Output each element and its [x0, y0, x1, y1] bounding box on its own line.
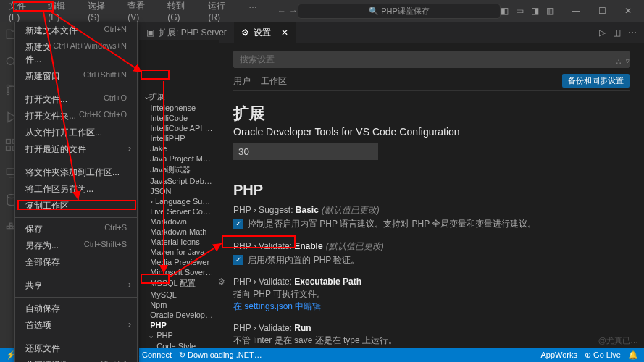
command-center[interactable]: 🔍 PHP课堂保存	[298, 4, 501, 19]
layout-sidebar-left-icon[interactable]: ◧	[501, 6, 509, 16]
layout-panel-icon[interactable]: ▭	[516, 6, 524, 16]
download-status[interactable]: ↻ Downloading .NET…	[179, 350, 262, 360]
tree-item[interactable]: Material Icons	[139, 237, 219, 247]
gear-icon[interactable]: ⚙	[219, 277, 225, 287]
sync-settings-button[interactable]: 备份和同步设置	[562, 74, 630, 88]
menu-item[interactable]: 将工作区另存为...	[15, 181, 137, 198]
tree-item[interactable]: Markdown	[139, 216, 219, 227]
tree-item[interactable]: Intelephense	[139, 103, 219, 113]
tree-item[interactable]: PHP	[139, 320, 219, 330]
tree-item[interactable]: Jake	[139, 143, 219, 153]
menu-item[interactable]: 新建文本文件Ctrl+N	[15, 22, 137, 39]
setting-name: Run	[294, 323, 311, 333]
settings-editor: 用户 工作区 ⛬ ▽ 备份和同步设置 扩展 Oracle Developer T…	[219, 43, 644, 362]
tree-item[interactable]: MySQL	[139, 290, 219, 300]
svg-rect-4	[7, 140, 11, 144]
svg-rect-10	[7, 226, 9, 228]
setting-desc: 控制是否启用内置 PHP 语言建议。支持对 PHP 全局变量和变量进行建议。	[248, 218, 536, 230]
menu-item[interactable]: 打开最近的文件	[15, 141, 137, 158]
scope-workspace[interactable]: 工作区	[261, 75, 287, 88]
tree-item[interactable]: Java测试器	[139, 164, 219, 176]
svg-rect-13	[10, 223, 12, 225]
menu-item[interactable]: 新建文件...Ctrl+Alt+Windows+N	[15, 39, 137, 68]
setting-desc: 指向 PHP 可执行文件。	[233, 288, 630, 300]
tree-item[interactable]: Npm	[139, 300, 219, 310]
tree-item[interactable]: Microsoft Sovereign C…	[139, 267, 219, 277]
menu-item[interactable]: 打开文件夹...Ctrl+K Ctrl+O	[15, 108, 137, 125]
svg-point-2	[7, 92, 9, 94]
tree-item[interactable]: › Language Support for…	[139, 196, 219, 206]
edit-in-json-link[interactable]: 在 settings.json 中编辑	[233, 300, 630, 313]
setting-php-executable-path: ⚙ PHP › Validate: Executable Path 指向 PHP…	[233, 277, 630, 313]
layout-customize-icon[interactable]: ▥	[546, 6, 554, 16]
notifications-icon[interactable]: 🔔	[628, 350, 638, 360]
menu-item[interactable]: 从文件打开工作区...	[15, 125, 137, 141]
settings-subheading: Oracle Developer Tools for VS Code Confi…	[233, 126, 630, 138]
menu-item[interactable]: 复制工作区	[15, 198, 137, 214]
filter-icon[interactable]: ⛬ ▽	[614, 56, 630, 67]
menu-item[interactable]: 关闭编辑器Ctrl+F4	[15, 357, 137, 362]
close-button[interactable]: ✕	[615, 6, 641, 16]
tree-item[interactable]: JavaScript Debugger	[139, 176, 219, 186]
tab-label: 设置	[254, 27, 271, 39]
setting-name: Executable Path	[294, 277, 361, 287]
menu-item[interactable]: 将文件夹添加到工作区...	[15, 164, 137, 181]
extension-icon: ▣	[146, 28, 154, 38]
scope-user[interactable]: 用户	[233, 75, 251, 88]
menu-item[interactable]: 保存Ctrl+S	[15, 221, 137, 237]
checkbox[interactable]: ✓启用/禁用内置的 PHP 验证。	[233, 253, 359, 266]
setting-name: Basic	[296, 205, 319, 215]
svg-rect-6	[7, 146, 11, 151]
tree-item[interactable]: Media Previewer	[139, 257, 219, 267]
setting-category: PHP › Validate:	[233, 277, 292, 287]
tree-item[interactable]: Markdown Math	[139, 227, 219, 237]
maximize-button[interactable]: ☐	[589, 6, 615, 16]
tree-item[interactable]: IntelliPHP	[139, 133, 219, 143]
window-controls: — ☐ ✕	[563, 6, 641, 16]
close-icon[interactable]: ✕	[281, 28, 288, 38]
run-icon[interactable]: ▷	[599, 28, 606, 38]
menu-item[interactable]: 自动保存	[15, 300, 137, 317]
menu-item[interactable]: 还原文件	[15, 340, 137, 357]
svg-rect-11	[10, 226, 12, 228]
checkbox[interactable]: ✓控制是否启用内置 PHP 语言建议。支持对 PHP 全局变量和变量进行建议。	[233, 216, 536, 230]
nav-back-icon[interactable]: ←	[277, 6, 286, 16]
tree-item[interactable]: Maven for Java	[139, 247, 219, 257]
tab-settings[interactable]: ⚙设置✕	[234, 22, 296, 43]
tree-root-extensions[interactable]: ⌄扩展	[139, 90, 219, 103]
layout-sidebar-right-icon[interactable]: ◨	[531, 6, 539, 16]
setting-php-suggest-basic: PHP › Suggest: Basic(默认值已更改) ✓控制是否启用内置 P…	[233, 204, 630, 230]
search-icon: 🔍	[369, 7, 379, 15]
minimize-button[interactable]: —	[563, 6, 589, 16]
split-icon[interactable]: ◫	[613, 28, 621, 38]
go-live-button[interactable]: ⊕ Go Live	[585, 350, 621, 360]
tree-item[interactable]: IntelliCode	[139, 113, 219, 123]
appworks-status[interactable]: AppWorks	[540, 350, 577, 360]
nav-fwd-icon[interactable]: →	[289, 6, 298, 16]
tree-item[interactable]: MSSQL 配置	[139, 277, 219, 290]
titlebar: 文件(F) 编辑(E) 选择(S) 查看(V) 转到(G) 运行(R) … ← …	[0, 0, 644, 22]
menu-item[interactable]: 另存为...Ctrl+Shift+S	[15, 237, 137, 254]
setting-category: PHP › Validate:	[233, 241, 292, 251]
tree-item[interactable]: Live Server Config	[139, 206, 219, 216]
more-icon[interactable]: ⋯	[628, 28, 637, 38]
layout-controls: ◧ ▭ ◨ ▥	[501, 6, 559, 16]
nav-arrows: ← →	[277, 6, 298, 16]
modified-badge: (默认值已更改)	[322, 205, 380, 215]
menu-item[interactable]: 共享	[15, 277, 137, 294]
tree-item[interactable]: Java Project Manager	[139, 153, 219, 164]
menu-item[interactable]: 首选项	[15, 317, 137, 334]
menu-item[interactable]: 打开文件...Ctrl+O	[15, 91, 137, 108]
file-menu-dropdown: 新建文本文件Ctrl+N新建文件...Ctrl+Alt+Windows+N新建窗…	[14, 22, 138, 362]
tree-item[interactable]: IntelliCode API Usage …	[139, 123, 219, 133]
tree-item[interactable]: JSON	[139, 186, 219, 196]
setting-desc: 启用/禁用内置的 PHP 验证。	[248, 254, 359, 266]
tree-item[interactable]: Oracle Developer Tool…	[139, 310, 219, 320]
menu-item[interactable]: 新建窗口Ctrl+Shift+N	[15, 68, 137, 85]
menu-item[interactable]: 全部保存	[15, 254, 137, 271]
tree-item[interactable]: ⌄ PHP	[139, 330, 219, 341]
watermark: @尤真已…	[598, 335, 638, 346]
oracle-config-input[interactable]	[233, 143, 378, 160]
setting-php-validate-enable: PHP › Validate: Enable(默认值已更改) ✓启用/禁用内置的…	[233, 240, 630, 266]
settings-search-input[interactable]	[233, 51, 630, 68]
